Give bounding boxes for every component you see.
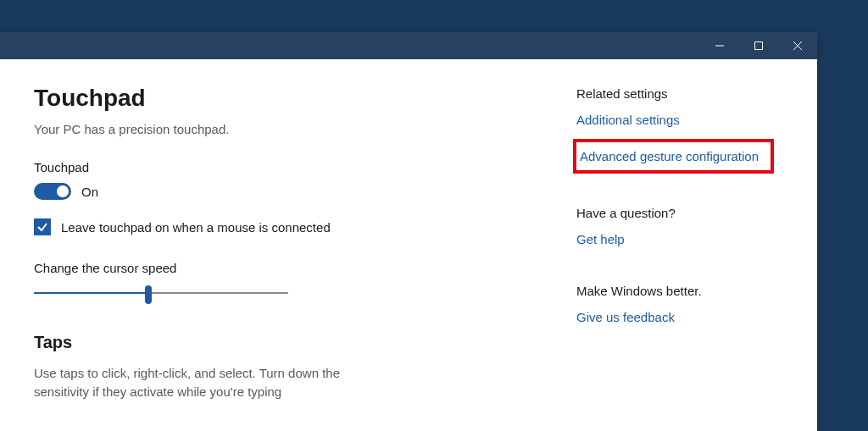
get-help-link[interactable]: Get help [576,232,783,246]
page-title: Touchpad [34,85,542,112]
taps-description: Use taps to click, right-click, and sele… [34,364,390,401]
slider-thumb[interactable] [145,285,152,304]
slider-fill [34,292,148,294]
give-feedback-link[interactable]: Give us feedback [576,310,783,324]
side-column: Related settings Additional settings Adv… [542,85,783,431]
question-heading: Have a question? [576,206,783,220]
page-subtitle: Your PC has a precision touchpad. [34,122,542,136]
cursor-speed-label: Change the cursor speed [34,261,542,275]
main-column: Touchpad Your PC has a precision touchpa… [34,85,542,431]
highlight-annotation: Advanced gesture configuration [573,139,774,174]
settings-window: Touchpad Your PC has a precision touchpa… [0,32,817,431]
touchpad-toggle[interactable] [34,183,71,200]
svg-rect-1 [755,42,763,50]
taps-heading: Taps [34,333,542,352]
mouse-connected-checkbox[interactable] [34,218,51,235]
toggle-knob [57,185,69,197]
mouse-connected-checkbox-row: Leave touchpad on when a mouse is connec… [34,218,542,235]
close-button[interactable] [778,32,817,59]
help-group: Have a question? Get help [576,206,783,246]
cursor-speed-slider[interactable] [34,284,288,304]
advanced-gesture-link[interactable]: Advanced gesture configuration [580,149,759,163]
touchpad-label: Touchpad [34,160,542,174]
touchpad-toggle-row: On [34,183,542,200]
mouse-connected-label: Leave touchpad on when a mouse is connec… [61,220,331,235]
feedback-group: Make Windows better. Give us feedback [576,284,783,324]
touchpad-toggle-state: On [81,185,98,199]
additional-settings-link[interactable]: Additional settings [576,113,783,127]
related-settings-heading: Related settings [576,86,783,101]
cursor-speed-section: Change the cursor speed [34,261,542,304]
maximize-button[interactable] [739,32,778,59]
window-titlebar [0,32,817,59]
minimize-button[interactable] [700,32,739,59]
content-area: Touchpad Your PC has a precision touchpa… [0,59,817,431]
feedback-heading: Make Windows better. [576,284,783,298]
